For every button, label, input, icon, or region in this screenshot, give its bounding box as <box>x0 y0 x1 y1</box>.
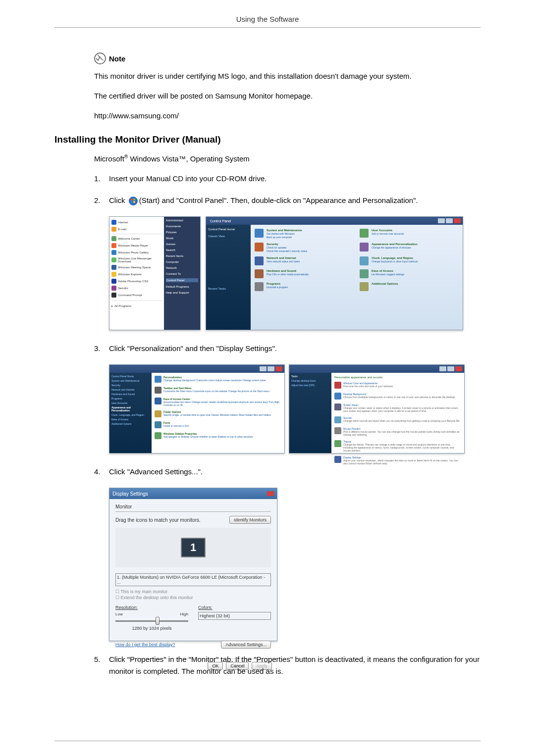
help-link: How do I get the best display? <box>115 642 175 647</box>
step-5: 5. Click "Properties" in the "Monitor" t… <box>94 654 481 677</box>
step-1: 1. Insert your Manual CD into your CD-RO… <box>94 173 481 185</box>
dialog-title: Display Settings <box>112 491 148 497</box>
monitor-tab: Monitor <box>115 504 271 512</box>
note-text-1: This monitor driver is under certifying … <box>94 70 481 82</box>
step-number: 1. <box>94 173 109 185</box>
step-number: 5. <box>94 654 109 677</box>
svg-rect-2 <box>131 199 133 201</box>
drag-instruction: Drag the icons to match your monitors. <box>115 517 201 523</box>
appearance-window-image: Control Panel Home System and Maintenanc… <box>109 364 285 454</box>
step-number: 2. <box>94 195 109 206</box>
control-panel-image: Control Panel Control Panel Home Classic… <box>206 216 463 330</box>
footer-divider <box>54 741 481 741</box>
colors-label: Colors: <box>198 605 271 610</box>
start-menu-image: Internet E-mail Welcome Center Windows M… <box>109 216 201 330</box>
note-section: Note This monitor driver is under certif… <box>94 52 481 122</box>
step-text: Insert your Manual CD into your CD-ROM d… <box>109 173 481 185</box>
step-text: Click "Properties" in the "Monitor" tab.… <box>109 654 481 677</box>
screenshot-start-controlpanel: Internet E-mail Welcome Center Windows M… <box>109 216 481 330</box>
main-monitor-checkbox: ☐ This is my main monitor <box>115 589 271 594</box>
start-orb-icon <box>128 196 138 206</box>
screenshot-personalization: Control Panel Home System and Maintenanc… <box>109 364 481 454</box>
step-number: 3. <box>94 343 109 354</box>
personalization-window-image: Tasks Change desktop icons Adjust font s… <box>289 364 465 454</box>
note-text-2: The certified driver will be posted on S… <box>94 90 481 102</box>
display-settings-dialog-image: Display Settings Monitor Drag the icons … <box>109 488 277 641</box>
identify-monitors-button: Identify Monitors <box>229 516 271 524</box>
colors-dropdown: Highest (32 bit) <box>198 612 271 620</box>
note-icon <box>94 52 106 64</box>
monitor-preview: 1 <box>115 528 271 567</box>
note-url: http://www.samsung.com/ <box>94 110 481 122</box>
step-2: 2. Click (Start) and "Control Panel". Th… <box>94 195 481 206</box>
step-3: 3. Click "Personalization" and then "Dis… <box>94 343 481 354</box>
resolution-slider <box>115 620 188 622</box>
section-heading: Installing the Monitor Driver (Manual) <box>54 134 481 145</box>
page-header: Using the Software <box>54 15 481 28</box>
advanced-settings-button: Advanced Settings... <box>221 641 271 649</box>
step-4: 4. Click "Advanced Settings...". <box>94 466 481 478</box>
resolution-value: 1280 by 1024 pixels <box>115 626 188 631</box>
svg-rect-5 <box>133 201 135 203</box>
step-text: Click (Start) and "Control Panel". Then,… <box>109 195 481 206</box>
svg-rect-3 <box>133 199 135 201</box>
note-label: Note <box>109 54 125 63</box>
step-text: Click "Personalization" and then "Displa… <box>109 343 481 354</box>
resolution-label: Resolution: <box>115 605 188 610</box>
step-number: 4. <box>94 466 109 478</box>
svg-rect-4 <box>131 201 133 203</box>
extend-desktop-checkbox: ☐ Extend the desktop onto this monitor <box>115 595 271 600</box>
step-text: Click "Advanced Settings...". <box>109 466 481 478</box>
os-line: Microsoft® Windows Vista™, Operating Sys… <box>94 154 481 163</box>
monitor-icon-1: 1 <box>181 538 206 557</box>
monitor-dropdown: 1. (Multiple Monitors) on NVIDIA GeForce… <box>115 573 271 586</box>
